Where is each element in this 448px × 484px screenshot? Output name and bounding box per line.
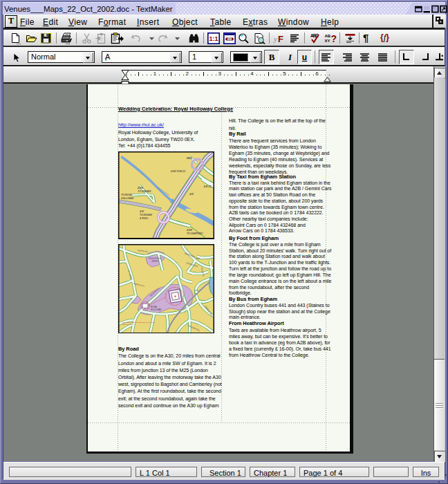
svg-text:HOLLOWAY: HOLLOWAY	[121, 197, 135, 200]
svg-text:A308: A308	[186, 229, 192, 232]
svg-text:& RHUL: & RHUL	[140, 217, 148, 220]
svg-text:TO ROYAL: TO ROYAL	[121, 194, 133, 196]
svg-text:GREEN: GREEN	[151, 260, 159, 263]
svg-text:A30: A30	[189, 193, 194, 196]
svg-text:AB: AB	[325, 34, 331, 38]
svg-text:A308: A308	[137, 187, 143, 189]
svg-text:y: y	[273, 35, 277, 43]
svg-text:F: F	[278, 34, 283, 44]
svg-text:with permission: with permission	[122, 323, 134, 325]
svg-text:TO EGHAM: TO EGHAM	[140, 214, 152, 216]
svg-text:A30 (T): A30 (T)	[203, 185, 212, 188]
svg-text:HOLLOWAY: HOLLOWAY	[151, 308, 162, 310]
svg-text:1:1: 1:1	[209, 35, 218, 42]
svg-text:TO STAINES: TO STAINES	[138, 190, 151, 193]
svg-text:TO CHERTSEY: TO CHERTSEY	[187, 232, 203, 235]
svg-text:A30: A30	[139, 210, 144, 213]
svg-text:?: ?	[331, 33, 337, 44]
svg-text:JUNCTION 13: JUNCTION 13	[171, 170, 186, 173]
svg-text:XY: XY	[325, 39, 330, 43]
svg-text:M25: M25	[187, 156, 193, 160]
